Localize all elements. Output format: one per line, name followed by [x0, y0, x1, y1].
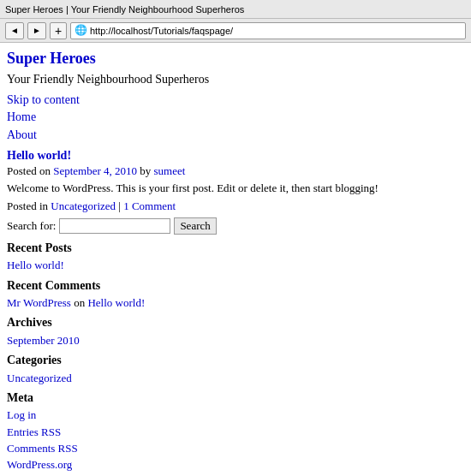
address-bar-container: 🌐 — [70, 22, 466, 39]
add-tab-button[interactable]: + — [50, 22, 67, 39]
recent-post-link-0[interactable]: Hello world! — [7, 258, 464, 273]
back-button[interactable]: ◄ — [5, 22, 24, 39]
search-button[interactable]: Search — [174, 217, 216, 235]
meta-wordpress-org-link[interactable]: WordPress.org — [7, 457, 464, 473]
nav-home-link[interactable]: Home — [7, 109, 464, 126]
recent-comment-item: Mr WordPress on Hello world! — [7, 295, 464, 311]
page-content: Super Heroes Your Friendly Neighbourhood… — [0, 43, 471, 476]
comment-post-link[interactable]: Hello world! — [87, 296, 145, 309]
categories-section: Categories Uncategorized — [7, 352, 464, 386]
forward-button[interactable]: ► — [27, 22, 46, 39]
archives-heading: Archives — [7, 314, 464, 331]
nav-about-link[interactable]: About — [7, 127, 464, 144]
search-label: Search for: — [7, 218, 56, 234]
nav-menu: Home About — [7, 109, 464, 143]
site-tagline: Your Friendly Neighbourhood Superheros — [7, 71, 464, 88]
browser-titlebar: Super Heroes | Your Friendly Neighbourho… — [0, 0, 471, 19]
archives-section: Archives September 2010 — [7, 314, 464, 348]
recent-comments-section: Recent Comments Mr WordPress on Hello wo… — [7, 277, 464, 312]
globe-icon: 🌐 — [75, 24, 87, 37]
address-input[interactable] — [90, 26, 462, 36]
commenter-link[interactable]: Mr WordPress — [7, 296, 71, 309]
by-label: by — [137, 164, 154, 177]
meta-entries-rss-link[interactable]: Entries RSS — [7, 425, 464, 440]
post-date-link[interactable]: September 4, 2010 — [53, 164, 137, 177]
on-label: on — [71, 296, 88, 309]
separator: | — [116, 199, 123, 212]
meta-login-link[interactable]: Log in — [7, 408, 464, 423]
post-content: Welcome to WordPress. This is your first… — [7, 181, 464, 196]
meta-comments-rss-link[interactable]: Comments RSS — [7, 441, 464, 456]
skip-to-content-link[interactable]: Skip to content — [7, 92, 464, 109]
post-meta: Posted on September 4, 2010 by sumeet — [7, 164, 464, 179]
category-link-0[interactable]: Uncategorized — [7, 371, 464, 386]
category-link[interactable]: Uncategorized — [51, 199, 116, 212]
posted-on-label: Posted on — [7, 164, 53, 177]
post-title-link[interactable]: Hello world! — [7, 147, 464, 164]
recent-posts-heading: Recent Posts — [7, 240, 464, 257]
site-title-link[interactable]: Super Heroes — [7, 48, 464, 69]
meta-section: Meta Log in Entries RSS Comments RSS Wor… — [7, 390, 464, 473]
categories-heading: Categories — [7, 352, 464, 369]
browser-toolbar: ◄ ► + 🌐 — [0, 19, 471, 43]
archive-link-0[interactable]: September 2010 — [7, 333, 464, 348]
recent-comments-heading: Recent Comments — [7, 277, 464, 295]
post-footer: Posted in Uncategorized | 1 Comment — [7, 199, 464, 214]
recent-posts-section: Recent Posts Hello world! — [7, 240, 464, 274]
search-form: Search for: Search — [7, 217, 464, 235]
search-input[interactable] — [59, 218, 170, 234]
author-link[interactable]: sumeet — [154, 164, 186, 177]
meta-heading: Meta — [7, 390, 464, 407]
comment-link[interactable]: 1 Comment — [123, 199, 176, 212]
posted-in-label: Posted in — [7, 199, 51, 212]
browser-title: Super Heroes | Your Friendly Neighbourho… — [5, 4, 244, 15]
